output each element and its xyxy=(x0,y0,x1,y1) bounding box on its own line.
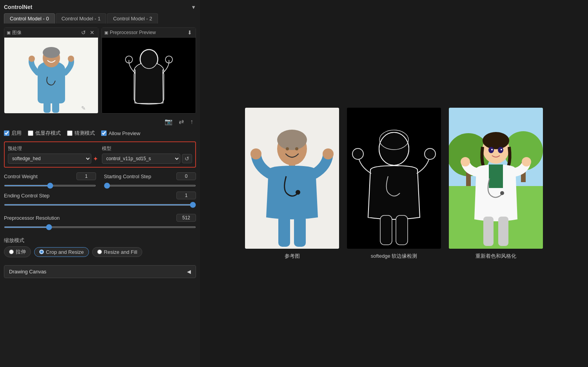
camera-button[interactable]: 📷 xyxy=(163,118,174,126)
close-source-button[interactable]: ✕ xyxy=(89,29,96,36)
model-group: 模型 control_v11p_sd15_s ↺ xyxy=(102,145,192,164)
radio-stretch[interactable]: 拉伸 xyxy=(4,246,31,257)
low-vram-input[interactable] xyxy=(28,130,33,136)
svg-point-35 xyxy=(425,148,436,159)
control-weight-label: Control Weight xyxy=(4,174,38,179)
radio-crop[interactable]: Crop and Resize xyxy=(34,247,89,257)
drawing-canvas-row[interactable]: Drawing Canvas ◀ xyxy=(4,265,196,278)
result-styled-img xyxy=(449,108,543,249)
preprocessor-group: 预处理 softedge_hed ✦ xyxy=(8,145,98,164)
source-image-header: ▣ 图像 ↺ ✕ xyxy=(4,28,98,38)
svg-point-49 xyxy=(491,149,493,150)
controls-row: 📷 ⇄ ↑ xyxy=(4,118,196,126)
drawing-canvas-icon: ◀ xyxy=(187,269,191,275)
svg-point-5 xyxy=(68,56,74,62)
preview-image-label: ▣ Preprocessor Preview xyxy=(104,30,156,35)
ref-img-svg xyxy=(245,108,339,249)
panel-collapse-icon[interactable]: ▼ xyxy=(191,4,196,10)
left-panel: ControlNet ▼ Control Model - 0 Control M… xyxy=(0,0,200,367)
swap-button[interactable]: ⇄ xyxy=(178,118,185,126)
starting-step-slider[interactable] xyxy=(104,185,196,186)
resolution-slider[interactable] xyxy=(4,226,196,228)
right-panel: 参考图 xyxy=(200,0,588,367)
preprocessor-field-row: softedge_hed ✦ xyxy=(8,154,98,164)
allow-preview-checkbox[interactable]: Allow Preview xyxy=(101,130,140,136)
preview-image-actions: ⬇ xyxy=(186,29,193,36)
control-weight-slider[interactable] xyxy=(4,185,96,186)
guess-mode-input[interactable] xyxy=(67,130,73,136)
result-edge-img xyxy=(347,108,441,249)
ending-step-value: 1 xyxy=(176,192,196,199)
starting-step-label: Starting Control Step xyxy=(104,174,151,179)
edge-preview xyxy=(102,38,196,114)
svg-point-25 xyxy=(323,148,334,159)
result-caption-1: softedge 软边缘检测 xyxy=(371,253,417,260)
svg-rect-36 xyxy=(380,215,392,245)
tabs-row: Control Model - 0 Control Model - 1 Cont… xyxy=(4,13,196,24)
svg-rect-13 xyxy=(134,71,163,103)
enable-input[interactable] xyxy=(4,130,9,136)
upload-button[interactable]: ↑ xyxy=(189,118,194,126)
results-row: 参考图 xyxy=(245,108,543,260)
svg-point-24 xyxy=(250,148,261,159)
tab-control-model-2[interactable]: Control Model - 2 xyxy=(107,13,158,24)
resolution-container: Preprocessor Resolution 512 xyxy=(4,214,196,229)
svg-point-52 xyxy=(461,157,470,166)
radio-stretch-input[interactable] xyxy=(9,249,14,254)
svg-rect-56 xyxy=(498,217,508,246)
fire-icon: ✦ xyxy=(93,155,98,163)
tab-control-model-1[interactable]: Control Model - 1 xyxy=(56,13,107,24)
svg-rect-51 xyxy=(489,165,503,188)
svg-point-31 xyxy=(379,133,408,165)
model-select[interactable]: control_v11p_sd15_s xyxy=(102,154,180,164)
resolution-value: 512 xyxy=(176,214,196,222)
allow-preview-input[interactable] xyxy=(101,130,107,136)
preview-image-box: ▣ Preprocessor Preview ⬇ xyxy=(102,27,196,114)
low-vram-checkbox[interactable]: 低显存模式 xyxy=(28,130,61,137)
model-refresh-button[interactable]: ↺ xyxy=(182,154,192,163)
result-item-2: 重新着色和风格化 xyxy=(449,108,543,260)
svg-point-47 xyxy=(488,147,494,153)
svg-point-54 xyxy=(500,191,504,195)
tab-control-model-0[interactable]: Control Model - 0 xyxy=(4,13,55,24)
svg-rect-28 xyxy=(294,215,306,247)
svg-point-50 xyxy=(501,149,502,150)
guess-mode-checkbox[interactable]: 猜测模式 xyxy=(67,130,95,137)
preprocessor-select[interactable]: softedge_hed xyxy=(8,154,91,164)
resolution-label: Preprocessor Resolution xyxy=(4,215,60,221)
ending-step-row: Ending Control Step 1 xyxy=(4,192,196,199)
radio-crop-input[interactable] xyxy=(39,249,44,254)
svg-point-34 xyxy=(352,148,363,159)
model-field-row: control_v11p_sd15_s ↺ xyxy=(102,154,192,164)
enable-checkbox[interactable]: 启用 xyxy=(4,130,22,137)
svg-rect-55 xyxy=(483,217,494,246)
scale-mode-label: 缩放模式 xyxy=(4,237,196,244)
download-preview-button[interactable]: ⬇ xyxy=(186,29,193,36)
scale-mode-buttons: 拉伸 Crop and Resize Resize and Fill xyxy=(4,246,196,257)
nurse-photo xyxy=(4,38,98,114)
source-image-actions: ↺ ✕ xyxy=(80,29,96,36)
svg-point-53 xyxy=(522,157,531,166)
pencil-icon[interactable]: ✎ xyxy=(80,105,87,112)
dual-slider-row: Control Weight 1 Starting Control Step 0 xyxy=(4,172,196,188)
checkboxes-row: 启用 低显存模式 猜测模式 Allow Preview xyxy=(4,130,196,137)
drawing-canvas-label: Drawing Canvas xyxy=(9,269,46,275)
result-item-1: softedge 软边缘检测 xyxy=(347,108,441,260)
ending-step-slider[interactable] xyxy=(4,204,196,206)
ending-step-label: Ending Control Step xyxy=(4,193,49,199)
svg-rect-27 xyxy=(278,215,290,247)
control-weight-row: Control Weight 1 xyxy=(4,172,96,180)
svg-point-46 xyxy=(483,132,509,149)
model-label: 模型 xyxy=(102,145,192,152)
radio-fill-input[interactable] xyxy=(97,249,102,254)
svg-rect-6 xyxy=(44,101,51,113)
svg-point-22 xyxy=(295,147,298,150)
radio-fill[interactable]: Resize and Fill xyxy=(92,247,142,257)
scale-mode-section: 缩放模式 拉伸 Crop and Resize Resize and Fill xyxy=(4,237,196,262)
svg-rect-37 xyxy=(396,215,408,245)
preview-icon: ▣ xyxy=(104,30,108,35)
refresh-source-button[interactable]: ↺ xyxy=(80,29,87,36)
preproc-model-box: 预处理 softedge_hed ✦ 模型 control_v11p_sd15_… xyxy=(4,141,196,168)
source-image-box: ▣ 图像 ↺ ✕ xyxy=(4,27,98,114)
result-caption-2: 重新着色和风格化 xyxy=(475,253,516,260)
